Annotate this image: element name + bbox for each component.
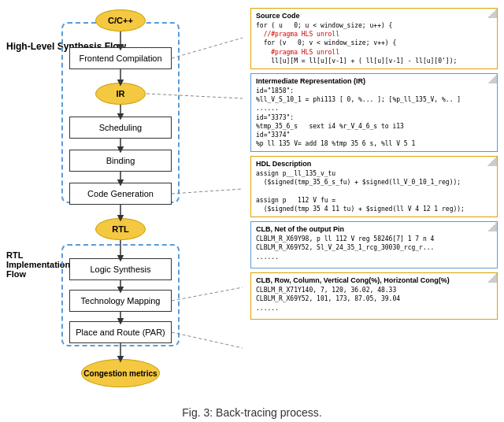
source-code-panel: Source Code for ( u 0; u < window_size; … — [250, 8, 498, 69]
hdl-title: HDL Description — [256, 160, 492, 168]
fold-corner-clb — [487, 222, 497, 231]
rtl-node: RTL — [95, 218, 146, 240]
svg-line-13 — [172, 287, 243, 301]
par-node: Place and Route (PAR) — [69, 321, 172, 343]
congestion-node: Congestion metrics — [81, 359, 160, 387]
ir-title: Intermediate Representation (IR) — [256, 77, 492, 85]
frontend-node: Frontend Compilation — [69, 47, 172, 69]
ir-panel: Intermediate Representation (IR) id="185… — [250, 73, 498, 152]
ir-node: IR — [95, 83, 146, 105]
right-panel: Source Code for ( u 0; u < window_size; … — [243, 8, 498, 402]
ir-body: id="1858": %ll_V_S_10_1 = phi113 [ 0, %.… — [256, 87, 492, 148]
clb-row-title: CLB, Row, Column, Vertical Cong(%), Hori… — [256, 276, 492, 284]
svg-line-10 — [172, 38, 243, 58]
scheduling-node: Scheduling — [69, 117, 172, 139]
binding-node: Binding — [69, 150, 172, 172]
clb-net-panel: CLB, Net of the output Pin CLBLM_R_X69Y9… — [250, 221, 498, 268]
technology-mapping-node: Technology Mapping — [69, 290, 172, 312]
source-code-body: for ( u 0; u < window_size; u++) { //#pr… — [256, 21, 492, 65]
clb-net-body: CLBLM_R_X69Y98, p ll 112 V reg 58246[7] … — [256, 235, 492, 261]
hdl-body: assign p__ll_135_v_tu ($signed(tmp_35_6_… — [256, 169, 492, 213]
svg-line-14 — [172, 332, 243, 348]
logic-synthesis-node: Logic Synthesis — [69, 258, 172, 280]
figure-caption: Fig. 3: Back-tracing process. — [0, 402, 504, 422]
source-code-title: Source Code — [256, 12, 492, 20]
fold-corner — [487, 9, 497, 18]
clb-row-body: CLBLM_R_X71Y140, 7, 120, 36.02, 48.33 CL… — [256, 286, 492, 313]
fold-corner-hdl — [487, 157, 497, 166]
fold-corner-ir — [487, 74, 497, 83]
hdl-panel: HDL Description assign p__ll_135_v_tu ($… — [250, 156, 498, 217]
clb-net-title: CLB, Net of the output Pin — [256, 225, 492, 233]
clb-row-panel: CLB, Row, Column, Vertical Cong(%), Hori… — [250, 272, 498, 320]
fold-corner-clbrow — [487, 273, 497, 283]
cpp-node: C/C++ — [95, 9, 146, 31]
codegen-node: Code Generation — [69, 183, 172, 205]
svg-line-12 — [172, 189, 243, 194]
rtl-label: RTL Implementation Flow — [6, 250, 60, 279]
